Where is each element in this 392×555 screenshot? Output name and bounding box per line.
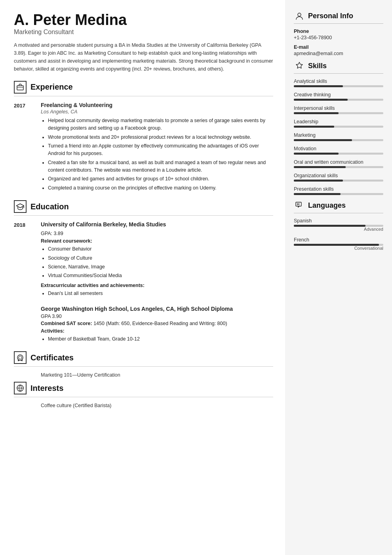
bullet-4: Created a fan site for a musical band, a…	[48, 159, 273, 174]
edu-content-2: George Washington High School, Los Angel…	[41, 306, 273, 344]
skill-item: Organizational skills	[294, 173, 383, 182]
edu-year-2	[14, 306, 34, 344]
email-label: E-mail	[294, 44, 383, 50]
skill-bar-fill	[294, 99, 348, 101]
entry-subtitle: Los Angeles, CA	[41, 109, 273, 115]
interests-header: Interests	[14, 382, 273, 397]
certificates-header: Certificates	[14, 351, 273, 367]
skill-item: Presentation skills	[294, 186, 383, 195]
personal-info-header: Personal Info	[294, 10, 383, 24]
skill-bar-bg	[294, 139, 383, 141]
sat-value: 1450 (Math: 650, Evidence-Based Reading …	[93, 321, 227, 326]
experience-entry-1: 2017 Freelancing & Volunteering Los Ange…	[14, 102, 273, 193]
skill-item: Motivation	[294, 146, 383, 155]
activity-1: Member of Basketball Team, Grade 10-12	[48, 335, 273, 343]
entry-year: 2017	[14, 102, 34, 193]
personal-info-title: Personal Info	[308, 12, 353, 20]
skill-bar-fill	[294, 153, 339, 155]
coursework-list: Consumer Behavior Sociology of Culture S…	[41, 245, 273, 280]
entry-title: Freelancing & Volunteering	[41, 102, 273, 108]
activities-list: Member of Basketball Team, Grade 10-12	[41, 335, 273, 343]
edu-gpa-2: GPA 3.90	[41, 314, 273, 319]
skill-bar-fill	[294, 193, 341, 195]
certificates-title: Certificates	[30, 353, 74, 362]
right-column: Personal Info Phone +1-23-456-78900 E-ma…	[285, 0, 392, 555]
svg-point-8	[298, 13, 301, 16]
applicant-name: A. Peter Medina	[14, 12, 273, 29]
languages-title: Languages	[308, 201, 346, 210]
education-title: Education	[30, 202, 69, 211]
languages-header: Languages	[294, 200, 383, 213]
svg-marker-2	[16, 204, 24, 208]
skill-name: Organizational skills	[294, 173, 383, 178]
skill-name: Analytical skills	[294, 78, 383, 84]
education-entry-2: George Washington High School, Los Angel…	[14, 306, 273, 344]
skill-bar-fill	[294, 166, 346, 168]
resume: A. Peter Medina Marketing Consultant A m…	[0, 0, 392, 555]
certificate-item-1: Marketing 101—Udemy Certification	[14, 372, 273, 378]
bullet-3: Turned a friend into an Apple customer b…	[48, 142, 273, 158]
skill-bar-fill	[294, 85, 343, 87]
edu-title-1: University of California Berkeley, Media…	[41, 221, 273, 228]
skill-bar-bg	[294, 153, 383, 155]
skills-title: Skills	[308, 62, 327, 70]
entry-bullets: Helped local community develop marketing…	[41, 117, 273, 192]
certificates-section: Certificates Marketing 101—Udemy Certifi…	[14, 351, 273, 378]
skill-name: Oral and written communication	[294, 159, 383, 165]
bullet-6: Completed a training course on the princ…	[48, 184, 273, 192]
bullet-5: Organized and led games and activities f…	[48, 175, 273, 183]
interests-icon	[14, 382, 27, 394]
lang-name: Spanish	[294, 218, 383, 224]
bullet-2: Wrote promotional texts and 20+ professi…	[48, 134, 273, 141]
experience-section: Experience 2017 Freelancing & Volunteeri…	[14, 81, 273, 193]
skill-bar-fill	[294, 180, 343, 182]
skill-bar-bg	[294, 180, 383, 182]
personal-info-section: Personal Info Phone +1-23-456-78900 E-ma…	[294, 10, 383, 56]
phone-value: +1-23-456-78900	[294, 35, 383, 40]
skill-bar-bg	[294, 112, 383, 114]
edu-gpa-1: GPA: 3.89	[41, 231, 273, 236]
languages-section: Languages Spanish Advanced French Conver…	[294, 200, 383, 251]
education-entry-1: 2018 University of California Berkeley, …	[14, 221, 273, 299]
bullet-1: Helped local community develop marketing…	[48, 117, 273, 132]
skill-bar-bg	[294, 126, 383, 128]
course-1: Consumer Behavior	[48, 245, 273, 253]
skill-item: Analytical skills	[294, 78, 383, 87]
activities-label: Activities:	[41, 328, 65, 334]
course-3: Science, Narrative, Image	[48, 263, 273, 271]
skill-name: Marketing	[294, 132, 383, 138]
lang-name: French	[294, 237, 383, 243]
course-4: Virtual Communities/Social Media	[48, 272, 273, 279]
extra-label: Extracurricular activities and achieveme…	[41, 283, 145, 288]
skill-item: Leadership	[294, 119, 383, 128]
personal-info-icon	[294, 10, 305, 21]
skill-bar-bg	[294, 99, 383, 101]
skill-item: Oral and written communication	[294, 159, 383, 168]
skills-list: Analytical skills Creative thinking Inte…	[294, 78, 383, 195]
skill-name: Leadership	[294, 119, 383, 124]
education-icon	[14, 200, 27, 213]
svg-point-5	[19, 356, 22, 359]
extra-1: Dean's List all semesters	[48, 290, 273, 297]
sat-label: Combined SAT score:	[41, 321, 92, 326]
summary-text: A motivated and personable student pursu…	[14, 41, 273, 73]
applicant-title: Marketing Consultant	[14, 29, 273, 36]
interests-title: Interests	[30, 384, 63, 393]
experience-title: Experience	[30, 82, 73, 92]
skills-icon	[294, 60, 305, 71]
languages-icon	[294, 200, 305, 211]
certificates-icon	[14, 351, 27, 364]
interest-item-1: Coffee culture (Certified Barista)	[14, 403, 273, 408]
edu-content-1: University of California Berkeley, Media…	[41, 221, 273, 299]
skill-bar-bg	[294, 85, 383, 87]
skill-name: Interpersonal skills	[294, 105, 383, 111]
skill-bar-fill	[294, 112, 339, 114]
edu-title-2: George Washington High School, Los Angel…	[41, 306, 273, 312]
interests-section: Interests Coffee culture (Certified Bari…	[14, 382, 273, 408]
education-section: Education 2018 University of California …	[14, 200, 273, 344]
edu-year-1: 2018	[14, 221, 34, 299]
skills-section: Skills Analytical skills Creative thinki…	[294, 60, 383, 195]
experience-icon	[14, 81, 27, 94]
extra-list: Dean's List all semesters	[41, 290, 273, 297]
skill-item: Marketing	[294, 132, 383, 141]
